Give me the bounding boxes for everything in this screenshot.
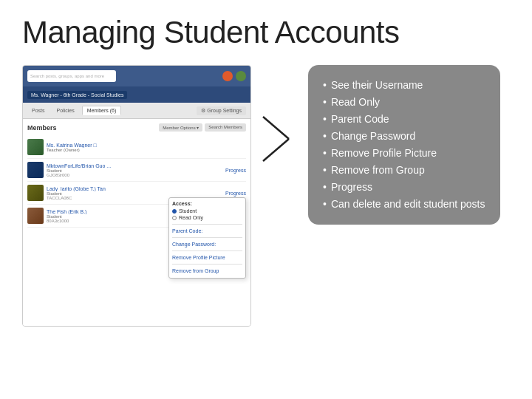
mock-member-info-teacher: Ms. Katrina Wagner □ Teacher (Owner) bbox=[47, 143, 246, 152]
mock-dropdown: Access: Student Read Only Parent Code: C… bbox=[168, 197, 246, 279]
bullet-item-username: See their Username bbox=[323, 77, 485, 94]
mock-readonly-label: Read Only bbox=[179, 215, 203, 220]
mock-avatar-3 bbox=[27, 208, 44, 224]
mock-tab-posts[interactable]: Posts bbox=[27, 106, 50, 115]
mock-radio-readonly bbox=[172, 216, 177, 220]
mock-student-label: Student bbox=[179, 208, 197, 214]
content-area: Search posts, groups, apps and more Ms. … bbox=[22, 65, 510, 327]
mock-dropdown-access-label: Access: bbox=[172, 201, 242, 206]
page: Managing Student Accounts Search posts, … bbox=[0, 0, 532, 399]
mock-tab-policies[interactable]: Policies bbox=[52, 106, 79, 115]
mock-divider-3 bbox=[172, 250, 242, 251]
mock-avatar-1 bbox=[27, 162, 44, 178]
mock-member-name-1: MktownForLife/Brian Guo ... bbox=[47, 163, 222, 168]
arrow-container bbox=[256, 109, 296, 168]
mock-member-name-2: Lady_larito (Globe T.) Tan bbox=[47, 186, 222, 191]
mock-member-options-btn[interactable]: Member Options ▾ bbox=[159, 123, 202, 132]
mock-tab-members[interactable]: Members (6) bbox=[82, 106, 122, 115]
mock-member-name-teacher: Ms. Katrina Wagner □ bbox=[47, 143, 246, 148]
mock-progress-2: Progress bbox=[225, 191, 246, 196]
bullet-item-changepassword: Change Password bbox=[323, 128, 485, 145]
mock-tabs: Posts Policies Members (6) ⚙ Group Setti… bbox=[23, 103, 250, 119]
arrow-svg bbox=[256, 109, 296, 168]
mock-member-row-1: MktownForLife/Brian Guo ... Student GJO8… bbox=[27, 159, 246, 182]
mock-tab-group-settings[interactable]: ⚙ Group Settings bbox=[197, 106, 246, 115]
mock-top-bar: Search posts, groups, apps and more bbox=[23, 66, 250, 86]
mock-search-bar: Search posts, groups, apps and more bbox=[27, 70, 116, 82]
mock-nav-bar: Ms. Wagner - 6th Grade - Social Studies bbox=[23, 86, 250, 103]
svg-line-1 bbox=[263, 139, 289, 161]
mock-dropdown-readonly-option[interactable]: Read Only bbox=[172, 214, 242, 221]
mock-divider-2 bbox=[172, 237, 242, 238]
mock-member-row-teacher: Ms. Katrina Wagner □ Teacher (Owner) bbox=[27, 136, 246, 159]
mock-dropdown-student-option[interactable]: Student bbox=[172, 208, 242, 214]
mock-member-role-teacher: Teacher (Owner) bbox=[47, 148, 246, 152]
bullet-item-deleteedit: Can delete and edit student posts bbox=[323, 196, 485, 213]
mock-members-title: Members bbox=[27, 124, 57, 132]
mock-avatar-icon bbox=[222, 71, 233, 81]
mock-avatar-teacher bbox=[27, 139, 44, 155]
mock-avatar-2 bbox=[27, 185, 44, 201]
mock-members-header: Members Member Options ▾ Search Members bbox=[27, 123, 246, 132]
screenshot-mockup: Search posts, groups, apps and more Ms. … bbox=[22, 65, 251, 327]
bullet-list: See their Username Read Only Parent Code… bbox=[323, 77, 485, 213]
mock-search-members-btn[interactable]: Search Members bbox=[205, 123, 246, 132]
bullet-item-readonly: Read Only bbox=[323, 94, 485, 111]
mock-radio-student bbox=[172, 209, 177, 214]
mock-member-info-1: MktownForLife/Brian Guo ... Student GJO8… bbox=[47, 163, 222, 177]
mock-dropdown-parent-code[interactable]: Parent Code: bbox=[172, 227, 242, 235]
mock-divider-1 bbox=[172, 224, 242, 225]
search-placeholder-text: Search posts, groups, apps and more bbox=[30, 74, 104, 78]
mock-dropdown-access-section: Access: Student Read Only bbox=[172, 201, 242, 221]
bullet-item-parentcode: Parent Code bbox=[323, 111, 485, 128]
mock-dropdown-remove-from-group[interactable]: Remove from Group bbox=[172, 267, 242, 275]
bullet-item-removeprofile: Remove Profile Picture bbox=[323, 145, 485, 162]
bullet-box: See their Username Read Only Parent Code… bbox=[308, 65, 500, 225]
page-title: Managing Student Accounts bbox=[22, 15, 510, 50]
mock-nav-class: Ms. Wagner - 6th Grade - Social Studies bbox=[27, 91, 127, 99]
mock-dropdown-remove-profile[interactable]: Remove Profile Picture bbox=[172, 253, 242, 262]
svg-line-0 bbox=[263, 117, 289, 139]
mock-dropdown-change-password[interactable]: Change Password: bbox=[172, 240, 242, 248]
mock-divider-4 bbox=[172, 264, 242, 265]
mock-progress-1: Progress bbox=[225, 168, 246, 173]
bullet-item-progress: Progress bbox=[323, 179, 485, 196]
bullet-item-removefromgroup: Remove from Group bbox=[323, 162, 485, 179]
mock-avatar-icon2 bbox=[236, 71, 246, 81]
mock-member-code-1: GJO83r000 bbox=[47, 173, 222, 177]
